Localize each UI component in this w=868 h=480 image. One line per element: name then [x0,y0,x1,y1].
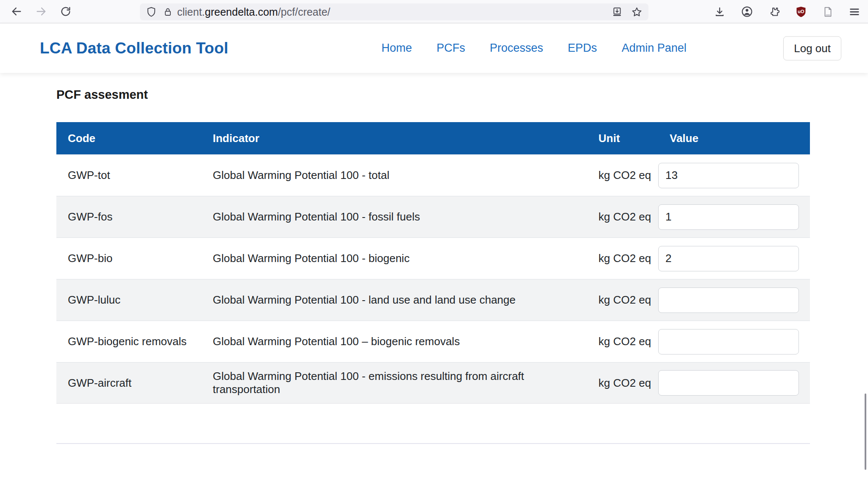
code-cell: GWP-luluc [56,293,201,307]
col-header-unit: Unit [587,132,658,145]
document-icon[interactable] [822,6,833,18]
lock-icon[interactable] [163,6,173,17]
ublock-icon[interactable]: uO [795,6,807,18]
unit-cell: kg CO2 eq [587,377,658,390]
save-page-icon[interactable] [612,6,623,17]
table-row: GWP-aircraft Global Warming Potential 10… [56,362,810,404]
nav-epds[interactable]: EPDs [568,42,597,55]
value-input-gwp-biogenic-removals[interactable] [658,329,799,354]
url-text: client.greendelta.com/pcf/create/ [177,6,330,18]
unit-cell: kg CO2 eq [587,335,658,348]
nav-admin-panel[interactable]: Admin Panel [622,42,687,55]
value-input-gwp-tot[interactable] [658,163,799,188]
col-header-code: Code [56,132,201,145]
extensions-icon[interactable] [768,6,780,17]
indicator-cell: Global Warming Potential 100 - emissions… [201,370,587,396]
unit-cell: kg CO2 eq [587,169,658,182]
download-icon[interactable] [714,6,726,18]
value-input-gwp-fos[interactable] [658,204,799,230]
logout-button[interactable]: Log out [783,36,841,60]
table-row: GWP-tot Global Warming Potential 100 - t… [56,154,810,196]
reload-icon[interactable] [58,4,73,19]
forward-icon[interactable] [34,4,48,19]
menu-icon[interactable] [849,6,860,18]
unit-cell: kg CO2 eq [587,210,658,223]
value-input-gwp-luluc[interactable] [658,287,799,313]
table-row: GWP-luluc Global Warming Potential 100 -… [56,279,810,321]
site-header: LCA Data Collection Tool Home PCFs Proce… [0,23,868,73]
unit-cell: kg CO2 eq [587,252,658,265]
account-icon[interactable] [741,6,753,18]
bookmark-star-icon[interactable] [631,6,643,18]
code-cell: GWP-tot [56,169,201,182]
indicator-cell: Global Warming Potential 100 - fossil fu… [201,210,587,223]
browser-toolbar: client.greendelta.com/pcf/create/ uO [0,0,868,23]
code-cell: GWP-aircraft [56,377,201,390]
indicator-cell: Global Warming Potential 100 - total [201,169,587,182]
main-content: PCF assesment Code Indicator Unit Value … [0,73,868,404]
main-nav: Home PCFs Processes EPDs Admin Panel [381,23,687,73]
nav-home[interactable]: Home [381,42,412,55]
indicator-cell: Global Warming Potential 100 - biogenic [201,252,587,265]
table-header-row: Code Indicator Unit Value [56,122,810,154]
table-row: GWP-bio Global Warming Potential 100 - b… [56,237,810,279]
value-input-gwp-bio[interactable] [658,246,799,271]
table-row: GWP-fos Global Warming Potential 100 - f… [56,196,810,237]
footer-divider [56,443,810,444]
col-header-indicator: Indicator [201,132,587,145]
unit-cell: kg CO2 eq [587,293,658,307]
app-title: LCA Data Collection Tool [40,39,228,57]
table-row: GWP-biogenic removals Global Warming Pot… [56,321,810,362]
indicator-cell: Global Warming Potential 100 – biogenic … [201,335,587,348]
nav-processes[interactable]: Processes [490,42,543,55]
nav-pcfs[interactable]: PCFs [437,42,465,55]
indicator-cell: Global Warming Potential 100 - land use … [201,293,587,307]
url-bar[interactable]: client.greendelta.com/pcf/create/ [140,3,648,20]
value-input-gwp-aircraft[interactable] [658,370,799,396]
scrollbar-thumb[interactable] [865,393,866,470]
back-icon[interactable] [9,4,24,19]
code-cell: GWP-bio [56,252,201,265]
code-cell: GWP-biogenic removals [56,335,201,348]
col-header-value: Value [658,132,810,145]
shield-icon[interactable] [146,6,157,17]
pcf-table: Code Indicator Unit Value GWP-tot Global… [56,122,810,404]
code-cell: GWP-fos [56,210,201,223]
page-title: PCF assesment [56,88,812,102]
